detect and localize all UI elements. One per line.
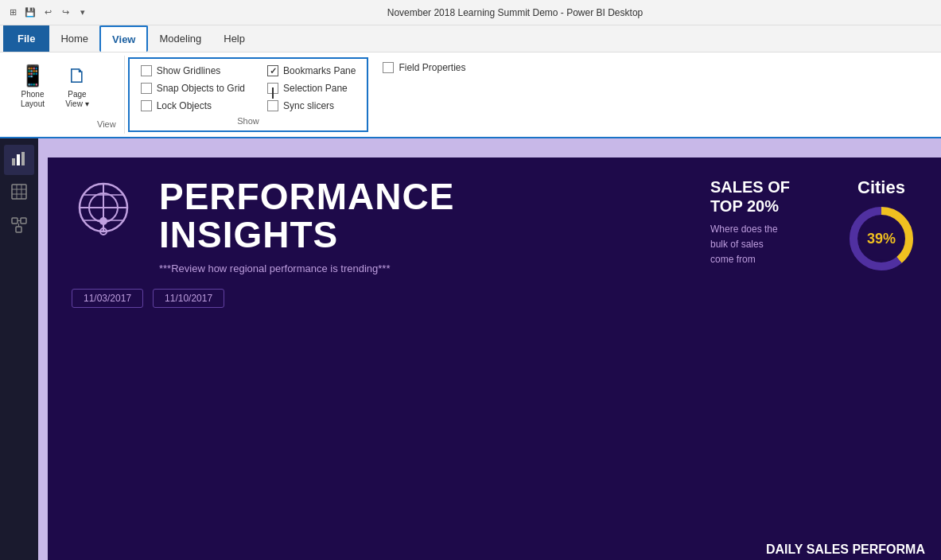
- menu-view[interactable]: View: [99, 25, 148, 52]
- svg-rect-0: [12, 158, 15, 165]
- sidebar: [0, 138, 38, 560]
- main-canvas: PERFORMANCE INSIGHTS ***Review how regio…: [38, 138, 941, 560]
- sidebar-item-model[interactable]: [4, 212, 34, 242]
- menu-file[interactable]: File: [3, 25, 49, 52]
- date-pill-2[interactable]: 11/10/2017: [153, 289, 224, 308]
- cities-label: Cities: [857, 177, 905, 198]
- show-gridlines-label: Show Gridlines: [157, 65, 221, 76]
- svg-rect-10: [16, 227, 21, 232]
- ribbon: 📱 Phone Layout 🗋 Page View ▾ View Show G…: [0, 52, 941, 138]
- show-section-label: Show: [138, 113, 360, 126]
- svg-rect-1: [17, 154, 20, 165]
- sidebar-item-bar-chart[interactable]: [4, 145, 34, 175]
- date-pill-1[interactable]: 11/03/2017: [72, 289, 143, 308]
- bar-chart-icon: [11, 150, 27, 170]
- report-subtitle: ***Review how regional performance is tr…: [159, 262, 686, 274]
- menu-modeling[interactable]: Modeling: [148, 25, 212, 52]
- view-section-label: View: [97, 118, 116, 130]
- show-gridlines-checkbox[interactable]: [141, 65, 152, 76]
- table-icon: [11, 184, 27, 204]
- title-bar-icons: ⊞ 💾 ↩ ↪ ▾: [6, 6, 89, 19]
- show-checkboxes-left: Show Gridlines Snap Objects to Grid Lock…: [138, 64, 248, 113]
- show-gridlines-row[interactable]: Show Gridlines: [138, 64, 248, 78]
- show-group-box: Show Gridlines Snap Objects to Grid Lock…: [128, 57, 369, 132]
- svg-rect-9: [21, 218, 26, 224]
- field-properties-checkbox[interactable]: [383, 62, 394, 73]
- donut-chart: 39%: [846, 203, 917, 274]
- field-properties-label: Field Properties: [399, 62, 465, 73]
- menu-help[interactable]: Help: [212, 25, 256, 52]
- ribbon-view-buttons: 📱 Phone Layout 🗋 Page View ▾ View: [5, 56, 125, 134]
- svg-point-19: [99, 217, 107, 225]
- report-canvas: PERFORMANCE INSIGHTS ***Review how regio…: [48, 158, 941, 560]
- title-bar: ⊞ 💾 ↩ ↪ ▾ November 2018 Learning Summit …: [0, 0, 941, 25]
- cities-block: Cities 39%: [846, 177, 917, 274]
- model-icon: [11, 217, 27, 237]
- field-properties-section: Field Properties: [371, 56, 476, 134]
- field-properties-row[interactable]: Field Properties: [379, 60, 469, 75]
- lock-objects-checkbox[interactable]: [141, 100, 152, 111]
- phone-layout-label: Phone Layout: [21, 90, 45, 109]
- sales-desc: Where does the bulk of sales come from: [710, 222, 822, 268]
- selection-pane-label: Selection Pane: [283, 83, 348, 94]
- report-logo: [72, 177, 135, 243]
- page-view-button[interactable]: 🗋 Page View ▾: [57, 60, 97, 112]
- show-checkboxes-right: Bookmarks Pane Selection Pane Sync slice…: [264, 64, 359, 113]
- undo-icon[interactable]: ↩: [41, 6, 54, 19]
- lock-objects-label: Lock Objects: [157, 100, 212, 111]
- app-icon: ⊞: [6, 6, 19, 19]
- window-title: November 2018 Learning Summit Demo - Pow…: [95, 7, 935, 18]
- bookmarks-pane-row[interactable]: Bookmarks Pane: [264, 64, 359, 78]
- dates-row: 11/03/2017 11/10/2017: [48, 289, 941, 308]
- redo-icon[interactable]: ↪: [59, 6, 72, 19]
- bookmarks-pane-label: Bookmarks Pane: [283, 65, 356, 76]
- snap-objects-label: Snap Objects to Grid: [157, 83, 245, 94]
- report-title: PERFORMANCE INSIGHTS: [159, 177, 686, 255]
- bottom-label: DAILY SALES PERFORMA: [766, 542, 925, 557]
- dropdown-icon[interactable]: ▾: [76, 6, 89, 19]
- menu-home[interactable]: Home: [49, 25, 99, 52]
- sync-slicers-row[interactable]: Sync slicers: [264, 99, 359, 113]
- phone-layout-icon: 📱: [20, 64, 45, 88]
- svg-rect-2: [21, 152, 25, 165]
- save-icon[interactable]: 💾: [24, 6, 37, 19]
- sync-slicers-checkbox[interactable]: [267, 100, 278, 111]
- svg-rect-8: [12, 218, 17, 224]
- selection-pane-checkbox[interactable]: [267, 83, 278, 94]
- snap-objects-checkbox[interactable]: [141, 83, 152, 94]
- page-view-label: Page View ▾: [65, 90, 88, 109]
- app-layout: PERFORMANCE INSIGHTS ***Review how regio…: [0, 138, 941, 560]
- donut-value: 39%: [867, 231, 896, 247]
- sales-stat-block: SALES OF TOP 20% Where does the bulk of …: [710, 177, 822, 268]
- sales-title: SALES OF TOP 20%: [710, 177, 822, 216]
- phone-layout-button[interactable]: 📱 Phone Layout: [13, 60, 52, 112]
- menu-bar: File Home View Modeling Help: [0, 25, 941, 52]
- report-header: PERFORMANCE INSIGHTS ***Review how regio…: [48, 158, 941, 282]
- sync-slicers-label: Sync slicers: [283, 100, 334, 111]
- sidebar-item-table[interactable]: [4, 178, 34, 208]
- report-title-block: PERFORMANCE INSIGHTS ***Review how regio…: [159, 177, 686, 274]
- lock-objects-row[interactable]: Lock Objects: [138, 99, 248, 113]
- selection-pane-row[interactable]: Selection Pane: [264, 81, 359, 95]
- snap-objects-row[interactable]: Snap Objects to Grid: [138, 81, 248, 95]
- svg-rect-3: [12, 185, 26, 199]
- bookmarks-pane-checkbox[interactable]: [267, 65, 278, 76]
- page-view-icon: 🗋: [67, 64, 87, 88]
